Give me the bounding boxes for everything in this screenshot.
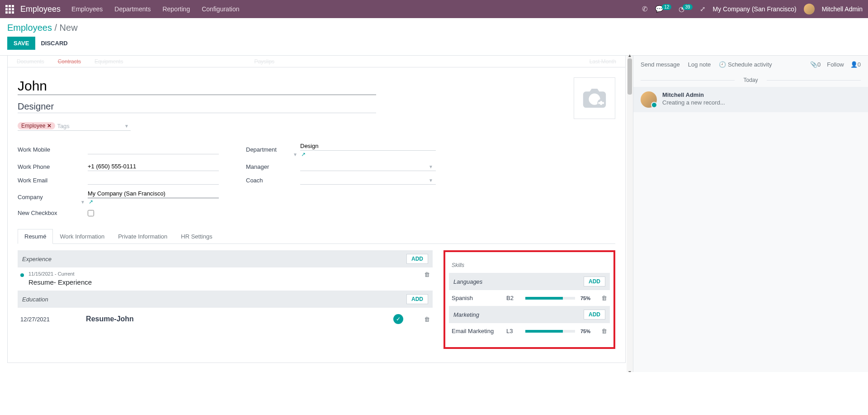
followers-button[interactable]: 👤0 bbox=[850, 61, 861, 68]
experience-title: Resume- Experience bbox=[28, 278, 92, 286]
message-author: Mitchell Admin bbox=[662, 91, 725, 98]
nav-employees[interactable]: Employees bbox=[71, 5, 103, 13]
label-manager: Manager bbox=[246, 163, 300, 170]
skills-panel: Skills Languages ADD Spanish B2 75% 🗑 Ma… bbox=[443, 250, 615, 349]
scrollbar[interactable]: ▲ ▼ bbox=[627, 56, 633, 372]
check-icon[interactable]: ✓ bbox=[393, 314, 403, 324]
activity-button[interactable]: ◔39 bbox=[679, 5, 692, 13]
breadcrumb-current: New bbox=[60, 23, 78, 33]
skill-level: B2 bbox=[506, 295, 520, 301]
stat-payslips[interactable]: Payslips bbox=[254, 58, 274, 65]
label-new-checkbox: New Checkbox bbox=[18, 210, 88, 216]
apps-icon[interactable] bbox=[5, 5, 14, 14]
work-phone-input[interactable] bbox=[88, 162, 219, 171]
manager-select[interactable] bbox=[300, 162, 436, 171]
tab-hr-settings[interactable]: HR Settings bbox=[174, 229, 219, 243]
label-work-email: Work Email bbox=[18, 177, 88, 184]
scroll-down-icon[interactable]: ▼ bbox=[627, 370, 632, 372]
send-message-button[interactable]: Send message bbox=[641, 61, 680, 68]
chat-badge: 12 bbox=[662, 4, 671, 10]
experience-header: Experience ADD bbox=[18, 250, 433, 267]
attachments-button[interactable]: 📎0 bbox=[810, 61, 821, 68]
chatter-message: Mitchell Admin Creating a new record... bbox=[633, 87, 868, 112]
job-title-input[interactable] bbox=[18, 100, 376, 113]
experience-dates: 11/15/2021 - Current bbox=[28, 271, 92, 277]
delete-experience-icon[interactable]: 🗑 bbox=[424, 271, 430, 286]
skill-row[interactable]: Email Marketing L3 75% 🗑 bbox=[449, 326, 610, 339]
work-email-input[interactable] bbox=[88, 176, 219, 185]
photo-upload[interactable] bbox=[574, 77, 615, 119]
stat-contracts[interactable]: Contracts bbox=[58, 58, 81, 65]
skill-progress-bar bbox=[525, 297, 575, 300]
user-name[interactable]: Mitchell Admin bbox=[822, 5, 863, 13]
company-select[interactable] bbox=[88, 189, 219, 198]
expand-icon[interactable]: ⤢ bbox=[700, 5, 706, 13]
stat-documents[interactable]: Documents bbox=[17, 58, 44, 65]
skill-row[interactable]: Spanish B2 75% 🗑 bbox=[449, 293, 610, 306]
tab-work-information[interactable]: Work Information bbox=[53, 229, 111, 243]
caret-down-icon: ▼ bbox=[429, 164, 433, 169]
delete-education-icon[interactable]: 🗑 bbox=[424, 316, 430, 323]
skill-percent: 75% bbox=[580, 329, 596, 334]
external-link-icon[interactable]: ↗ bbox=[301, 151, 306, 157]
label-company: Company bbox=[18, 194, 88, 200]
tags-field[interactable]: Employee ✕ Tags ▼ bbox=[18, 122, 131, 131]
save-button[interactable]: SAVE bbox=[7, 37, 35, 50]
education-header: Education ADD bbox=[18, 291, 433, 308]
delete-skill-icon[interactable]: 🗑 bbox=[601, 295, 607, 301]
skill-level: L3 bbox=[506, 328, 520, 334]
skill-name: Spanish bbox=[452, 295, 501, 301]
top-navbar: Employees Employees Departments Reportin… bbox=[0, 0, 868, 18]
caret-down-icon: ▼ bbox=[429, 178, 433, 183]
paperclip-icon: 📎 bbox=[810, 61, 817, 68]
skill-group-marketing: Marketing ADD bbox=[449, 306, 610, 323]
add-marketing-skill-button[interactable]: ADD bbox=[584, 310, 605, 320]
department-select[interactable] bbox=[300, 142, 436, 151]
tags-placeholder: Tags bbox=[57, 123, 69, 129]
person-icon: 👤 bbox=[850, 61, 858, 68]
timeline-dot-icon bbox=[20, 273, 24, 277]
nav-reporting[interactable]: Reporting bbox=[162, 5, 190, 13]
scroll-up-icon[interactable]: ▲ bbox=[627, 53, 632, 58]
scroll-thumb[interactable] bbox=[627, 58, 632, 95]
nav-departments[interactable]: Departments bbox=[114, 5, 151, 13]
add-experience-button[interactable]: ADD bbox=[406, 254, 428, 264]
tab-private-information[interactable]: Private Information bbox=[111, 229, 174, 243]
chat-button[interactable]: 💬12 bbox=[655, 5, 671, 13]
breadcrumb-root[interactable]: Employees bbox=[7, 23, 52, 33]
schedule-activity-button[interactable]: 🕘 Schedule activity bbox=[719, 61, 772, 68]
app-brand[interactable]: Employees bbox=[20, 5, 61, 14]
log-note-button[interactable]: Log note bbox=[688, 61, 711, 68]
nav-configuration[interactable]: Configuration bbox=[202, 5, 239, 13]
education-file: Resume-John bbox=[86, 315, 134, 323]
education-item[interactable]: 12/27/2021 Resume-John ✓ 🗑 bbox=[18, 311, 433, 327]
tab-resume[interactable]: Resumé bbox=[18, 229, 53, 244]
tag-remove-icon[interactable]: ✕ bbox=[47, 123, 52, 129]
phone-icon[interactable]: ✆ bbox=[642, 5, 648, 13]
stat-lastmonth[interactable]: Last Month bbox=[590, 58, 616, 65]
stat-buttons: Documents Contracts Equipments Payslips … bbox=[7, 56, 626, 67]
coach-select[interactable] bbox=[300, 176, 436, 185]
delete-skill-icon[interactable]: 🗑 bbox=[601, 328, 607, 334]
education-date: 12/27/2021 bbox=[20, 316, 50, 323]
company-selector[interactable]: My Company (San Francisco) bbox=[713, 5, 797, 13]
follow-button[interactable]: Follow bbox=[827, 61, 844, 68]
employee-name-input[interactable] bbox=[18, 77, 376, 95]
label-work-phone: Work Phone bbox=[18, 163, 88, 170]
discard-button[interactable]: DISCARD bbox=[41, 37, 67, 50]
skill-name: Email Marketing bbox=[452, 328, 501, 334]
work-mobile-input[interactable] bbox=[88, 145, 219, 154]
user-avatar[interactable] bbox=[804, 4, 815, 14]
experience-item[interactable]: 11/15/2021 - Current Resume- Experience … bbox=[18, 271, 433, 291]
stat-equipments[interactable]: Equipments bbox=[94, 58, 123, 65]
add-language-skill-button[interactable]: ADD bbox=[584, 277, 605, 286]
add-education-button[interactable]: ADD bbox=[406, 294, 428, 304]
label-department: Department bbox=[246, 146, 300, 153]
clock-icon: 🕘 bbox=[719, 61, 726, 68]
form-tabs: Resumé Work Information Private Informat… bbox=[18, 229, 615, 244]
caret-down-icon: ▼ bbox=[80, 200, 85, 205]
new-checkbox[interactable] bbox=[88, 210, 94, 216]
tag-employee: Employee ✕ bbox=[18, 122, 55, 129]
chatter-panel: Send message Log note 🕘 Schedule activit… bbox=[633, 56, 868, 372]
external-link-icon[interactable]: ↗ bbox=[89, 199, 93, 205]
